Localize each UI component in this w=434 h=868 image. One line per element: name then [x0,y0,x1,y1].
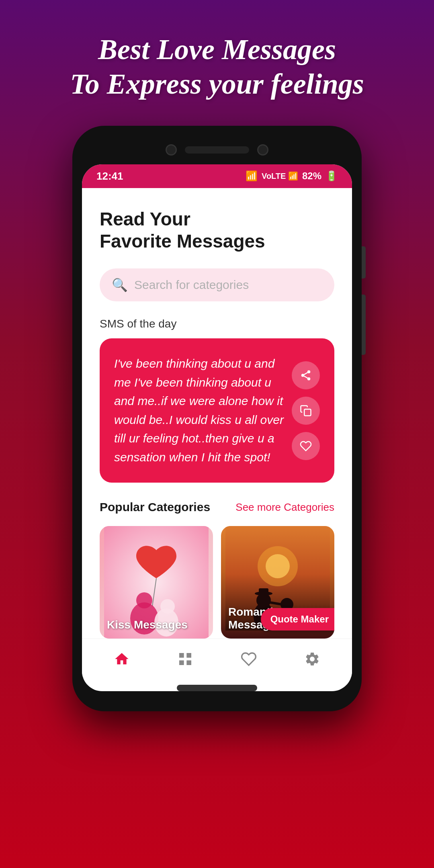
search-icon: 🔍 [112,277,128,293]
power-button [362,295,366,355]
svg-point-9 [136,592,152,608]
search-placeholder-text: Search for categories [134,278,249,292]
svg-rect-25 [186,660,191,665]
share-button[interactable] [292,361,320,389]
speaker-grille [185,146,249,154]
status-icons: 📶 VoLTE 📶 82% 🔋 [246,170,338,182]
svg-line-4 [304,373,308,375]
svg-point-14 [266,554,290,578]
svg-line-3 [304,376,308,378]
headline-line1: Best Love Messages [98,33,336,66]
nav-categories[interactable] [177,651,193,667]
battery-text: 82% [302,170,321,182]
like-button[interactable] [292,432,320,460]
see-more-link[interactable]: See more Categories [235,501,334,514]
sms-card: I've been thinking about u and me I've b… [100,338,334,483]
categories-title: Popular Categories [100,500,210,514]
svg-rect-18 [259,588,268,594]
bottom-nav [82,639,352,677]
clock: 12:41 [96,170,123,182]
sms-text: I've been thinking about u and me I've b… [114,354,284,467]
search-bar[interactable]: 🔍 Search for categories [100,268,334,301]
svg-rect-23 [186,653,191,658]
headline: Best Love Messages To Express your feeli… [54,32,380,102]
svg-rect-22 [179,653,184,658]
nav-home[interactable] [114,651,130,667]
page-title-line1: Read Your [100,209,190,229]
category-card-romantic[interactable]: Romantic Messages Quote Maker [221,526,334,639]
svg-rect-24 [179,660,184,665]
quote-maker-button[interactable]: Quote Maker [261,608,334,631]
svg-point-2 [307,377,311,381]
status-bar: 12:41 📶 VoLTE 📶 82% 🔋 [82,164,352,188]
svg-point-0 [307,370,311,373]
svg-point-1 [301,374,305,377]
volume-button [362,246,366,278]
battery-icon: 🔋 [326,170,338,182]
phone-screen: 12:41 📶 VoLTE 📶 82% 🔋 Read Your Favorite… [82,164,352,691]
category-grid: Kiss Messages [100,526,334,639]
svg-rect-5 [304,409,311,416]
app-content: Read Your Favorite Messages 🔍 Search for… [82,188,352,639]
page-title-line2: Favorite Messages [100,231,265,252]
categories-header: Popular Categories See more Categories [100,500,334,514]
copy-button[interactable] [292,397,320,425]
page-title: Read Your Favorite Messages [100,208,334,252]
nav-favorites[interactable] [241,651,257,667]
signal-text: VoLTE 📶 [262,171,298,181]
front-sensor [257,144,268,156]
phone-notch [82,138,352,162]
sms-actions [292,354,320,467]
front-camera [166,144,177,156]
home-indicator [177,685,257,691]
kiss-messages-label: Kiss Messages [107,618,188,631]
svg-point-11 [160,599,175,614]
phone-shell: 12:41 📶 VoLTE 📶 82% 🔋 Read Your Favorite… [72,126,362,711]
wifi-icon: 📶 [246,170,258,182]
category-card-kiss[interactable]: Kiss Messages [100,526,213,639]
headline-line2: To Express your feelings [70,68,364,100]
nav-settings[interactable] [304,651,320,667]
sms-section-label: SMS of the day [100,317,334,330]
